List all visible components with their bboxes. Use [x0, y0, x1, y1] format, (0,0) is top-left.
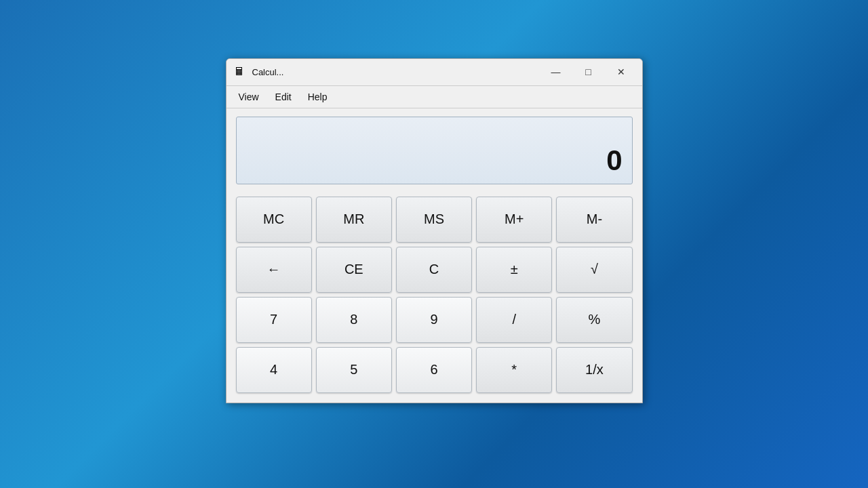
nine-button[interactable]: 9 [396, 297, 472, 343]
menu-bar: View Edit Help [226, 86, 642, 108]
five-button[interactable]: 5 [316, 347, 392, 393]
mc-button[interactable]: MC [236, 197, 312, 243]
divide-button[interactable]: / [476, 297, 552, 343]
multiply-button[interactable]: * [476, 347, 552, 393]
row-456: 4 5 6 * 1/x [236, 347, 633, 393]
seven-button[interactable]: 7 [236, 297, 312, 343]
percent-button[interactable]: % [556, 297, 632, 343]
backspace-button[interactable]: ← [236, 247, 312, 293]
reciprocal-button[interactable]: 1/x [556, 347, 632, 393]
menu-help[interactable]: Help [301, 89, 334, 105]
plusminus-button[interactable]: ± [476, 247, 552, 293]
four-button[interactable]: 4 [236, 347, 312, 393]
ce-button[interactable]: CE [316, 247, 392, 293]
menu-edit[interactable]: Edit [269, 89, 298, 105]
memory-row: MC MR MS M+ M- [236, 197, 633, 243]
sqrt-button[interactable]: √ [556, 247, 632, 293]
row-789: 7 8 9 / % [236, 297, 633, 343]
control-row: ← CE C ± √ [236, 247, 633, 293]
ms-button[interactable]: MS [396, 197, 472, 243]
buttons-area: MC MR MS M+ M- ← CE C ± √ 7 8 9 / % 4 5 … [226, 192, 642, 403]
calculator-window: 🖩 Calcul... — □ ✕ View Edit Help 0 MC MR… [226, 58, 643, 403]
title-bar: 🖩 Calcul... — □ ✕ [226, 59, 642, 86]
title-bar-controls: — □ ✕ [540, 62, 637, 82]
mminus-button[interactable]: M- [556, 197, 632, 243]
display-value: 0 [606, 144, 622, 177]
window-title: Calcul... [252, 67, 540, 77]
c-button[interactable]: C [396, 247, 472, 293]
eight-button[interactable]: 8 [316, 297, 392, 343]
mr-button[interactable]: MR [316, 197, 392, 243]
minimize-button[interactable]: — [540, 62, 572, 82]
close-button[interactable]: ✕ [606, 62, 637, 82]
six-button[interactable]: 6 [396, 347, 472, 393]
mplus-button[interactable]: M+ [476, 197, 552, 243]
app-icon: 🖩 [232, 64, 247, 79]
menu-view[interactable]: View [232, 89, 266, 105]
display-area: 0 [236, 117, 633, 184]
maximize-button[interactable]: □ [573, 62, 604, 82]
